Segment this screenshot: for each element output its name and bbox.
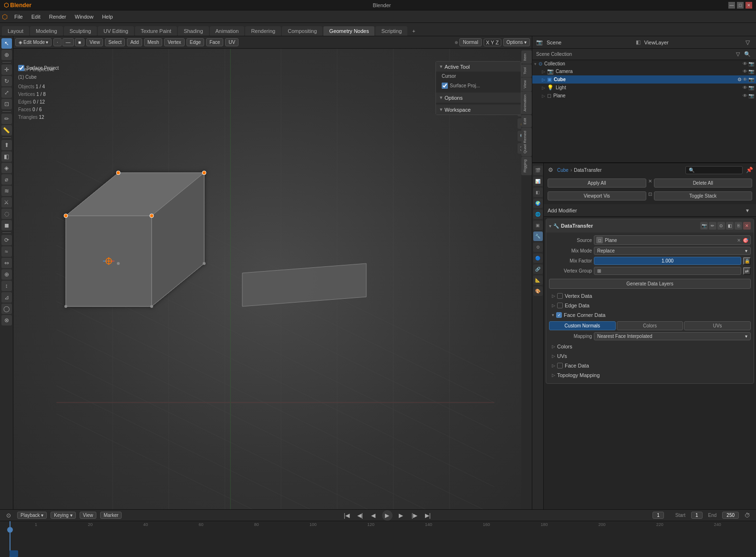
- object-props-button[interactable]: ▣: [533, 221, 543, 230]
- source-clear-icon[interactable]: ✕: [737, 238, 741, 243]
- vertex-menu[interactable]: Vertex: [164, 38, 184, 46]
- knife-button[interactable]: ⚔: [1, 197, 12, 208]
- source-picker-icon[interactable]: 🎯: [743, 238, 748, 243]
- cube-tree-item[interactable]: ▷ ▣ Cube ⚙ 👁 📷: [532, 75, 756, 84]
- face-menu[interactable]: Face: [206, 38, 223, 46]
- viewlayer-value[interactable]: ViewLayer: [644, 40, 669, 45]
- tab-layout[interactable]: Layout: [2, 26, 29, 36]
- topology-mapping-expander[interactable]: ▷ Topology Mapping: [549, 371, 751, 379]
- vertex-data-checkbox[interactable]: [557, 293, 563, 299]
- item-tab[interactable]: Item: [521, 51, 532, 64]
- surface-proj-check[interactable]: [442, 83, 448, 89]
- vertex-group-arrow-button[interactable]: ⇄: [743, 267, 751, 275]
- select-menu[interactable]: Select: [105, 38, 125, 46]
- outliner-filter-button[interactable]: ▽: [733, 50, 743, 59]
- modifier-edit-icon[interactable]: ✏: [709, 222, 716, 230]
- add-menu[interactable]: Add: [127, 38, 142, 46]
- cube-render-icon[interactable]: 📷: [748, 77, 754, 82]
- bevel-button[interactable]: ◈: [1, 163, 12, 173]
- cube-hide-icon[interactable]: 👁: [743, 77, 747, 82]
- measure-button[interactable]: 📏: [1, 125, 12, 136]
- scene-collection-item[interactable]: ▾ ⊙ Collection 👁 📷: [532, 60, 756, 67]
- vertex-select-button[interactable]: ·: [53, 38, 62, 46]
- collection-hide-icon[interactable]: 👁: [743, 61, 747, 66]
- view-tab[interactable]: View: [521, 77, 532, 91]
- vertex-data-expander[interactable]: ▷ Vertex Data: [549, 292, 751, 300]
- timeline-scrubber[interactable]: 1 20 40 60 80 100 120 140 160 180 200 22…: [0, 521, 756, 557]
- modifier-props-button[interactable]: 🔧: [533, 231, 543, 241]
- modifier-close-icon[interactable]: ✕: [743, 222, 751, 230]
- prev-frame-button[interactable]: ◀: [369, 511, 378, 520]
- select-tool-button[interactable]: ↖: [1, 38, 12, 49]
- light-tree-item[interactable]: ▷ 💡 Light 👁 📷: [532, 84, 756, 92]
- face-select-button[interactable]: ■: [75, 38, 84, 46]
- data-props-button[interactable]: 📐: [533, 275, 543, 285]
- view-dropdown[interactable]: View: [80, 512, 97, 519]
- mix-factor-input[interactable]: 1.000: [594, 257, 741, 265]
- plane-render-icon[interactable]: 📷: [748, 93, 754, 98]
- light-hide-icon[interactable]: 👁: [743, 85, 747, 90]
- view-menu[interactable]: View: [86, 38, 104, 46]
- tab-shading[interactable]: Shading: [178, 26, 208, 36]
- edge-slide-button[interactable]: ⇔: [1, 258, 12, 268]
- keying-dropdown[interactable]: Keying ▾: [51, 512, 75, 519]
- maximize-button[interactable]: □: [737, 2, 744, 9]
- edge-menu[interactable]: Edge: [186, 38, 204, 46]
- face-corner-checkbox[interactable]: ✓: [556, 312, 562, 318]
- animation-tab[interactable]: Animation: [521, 92, 532, 115]
- colors-expander[interactable]: ▷ Colors: [549, 342, 751, 351]
- timeline-settings-button[interactable]: ⊙: [4, 511, 13, 520]
- face-data-checkbox[interactable]: [557, 363, 563, 368]
- modifier-screenshot-icon[interactable]: ◧: [726, 222, 734, 230]
- particles-props-button[interactable]: ⚙: [533, 242, 543, 252]
- mapping-dropdown[interactable]: Nearest Face Interpolated ▾: [594, 332, 751, 340]
- settings-button[interactable]: ⚙: [546, 165, 555, 175]
- modifier-camera-icon[interactable]: 📷: [700, 222, 708, 230]
- menu-help[interactable]: Help: [98, 13, 117, 21]
- scene-value[interactable]: Scene: [547, 40, 561, 45]
- bisect-button[interactable]: ◌: [1, 209, 12, 219]
- jump-start-button[interactable]: |◀: [342, 511, 352, 520]
- rip-region-button[interactable]: ⊗: [1, 315, 12, 326]
- outliner-search-button[interactable]: 🔍: [743, 50, 752, 59]
- world-props-button[interactable]: 🌐: [533, 210, 543, 219]
- pin-button[interactable]: 📌: [745, 165, 754, 175]
- to-sphere-button[interactable]: ◯: [1, 304, 12, 314]
- active-tool-header[interactable]: ▾ Active Tool: [436, 62, 521, 72]
- end-value[interactable]: 250: [722, 512, 739, 519]
- uv-menu[interactable]: UV: [225, 38, 238, 46]
- tab-add-button[interactable]: +: [408, 26, 419, 36]
- vertex-group-input[interactable]: ⊞: [594, 267, 741, 275]
- quad-remed-tab[interactable]: Quad Remed: [521, 128, 532, 157]
- jump-end-button[interactable]: ▶|: [423, 511, 433, 520]
- generate-data-layers-button[interactable]: Generate Data Layers: [549, 279, 751, 289]
- camera-tree-item[interactable]: ▷ 📷 Camera 👁 📷: [532, 67, 756, 75]
- uvs-expander[interactable]: ▷ UVs: [549, 352, 751, 360]
- modifier-name-label[interactable]: DataTransfer: [561, 223, 698, 229]
- loop-cut-button[interactable]: ⌀: [1, 174, 12, 185]
- edit-tab[interactable]: Edit: [521, 115, 532, 127]
- apply-all-button[interactable]: Apply All: [548, 179, 646, 188]
- view-layer-props-button[interactable]: ◧: [533, 188, 543, 197]
- rotate-tool-button[interactable]: ↻: [1, 76, 12, 86]
- edit-mode-dropdown[interactable]: ◈ Edit Mode ▾: [15, 38, 52, 46]
- tab-uv-editing[interactable]: UV Editing: [98, 26, 134, 36]
- start-value[interactable]: 1: [691, 512, 703, 519]
- shrink-fatten-button[interactable]: ⊕: [1, 269, 12, 280]
- mix-factor-lock-button[interactable]: 🔒: [743, 257, 751, 265]
- shear-button[interactable]: ⊿: [1, 292, 12, 303]
- options-header[interactable]: ▾ Options: [436, 93, 521, 103]
- close-button[interactable]: ✕: [746, 2, 752, 9]
- options-button[interactable]: Options ▾: [503, 38, 530, 46]
- edge-data-expander[interactable]: ▷ Edge Data: [549, 301, 751, 310]
- mesh-menu[interactable]: Mesh: [144, 38, 162, 46]
- tab-rendering[interactable]: Rendering: [245, 26, 281, 36]
- prev-keyframe-button[interactable]: ◀|: [355, 511, 365, 520]
- rigging-tab[interactable]: Rigging: [521, 157, 532, 175]
- cube-breadcrumb[interactable]: Cube: [557, 168, 569, 173]
- tab-texture-paint[interactable]: Texture Paint: [135, 26, 177, 36]
- render-props-button[interactable]: 🎬: [533, 166, 543, 175]
- workspace-header[interactable]: ▾ Workspace: [436, 105, 521, 115]
- properties-search[interactable]: [685, 166, 743, 174]
- plane-tree-item[interactable]: ▷ ◻ Plane 👁 📷: [532, 92, 756, 100]
